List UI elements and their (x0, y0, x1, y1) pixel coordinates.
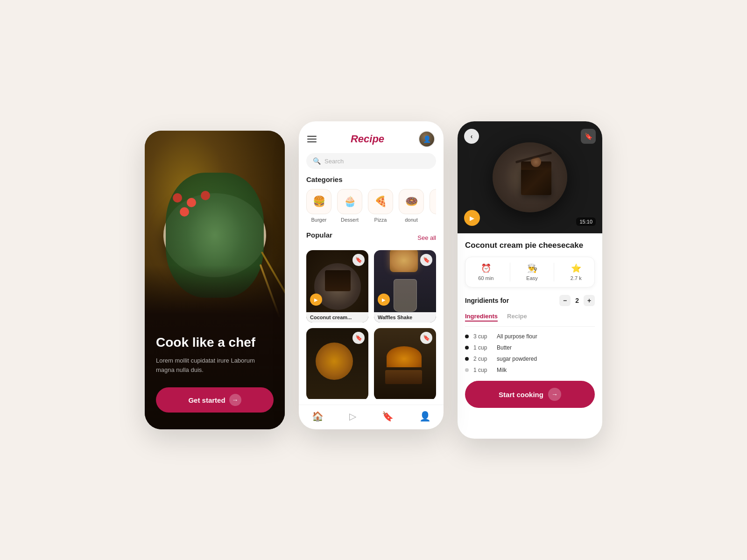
chef-hat-icon: 👨‍🍳 (527, 263, 537, 273)
ingredient-qty-2: 1 cup (473, 344, 492, 351)
search-icon: 🔍 (313, 157, 321, 165)
quantity-increase[interactable]: + (584, 295, 595, 306)
quantity-decrease[interactable]: − (559, 295, 571, 306)
ingredient-name-1: All purpose flour (497, 333, 537, 340)
nav-bookmark[interactable]: 🔖 (382, 411, 394, 422)
ingredient-qty-3: 2 cup (473, 356, 492, 362)
search-input[interactable]: Search (324, 158, 344, 165)
food-card-coconut[interactable]: 🔖 ▶ Coconut cream... (306, 250, 368, 322)
bookmark-pizza[interactable]: 🔖 (352, 332, 365, 344)
ingredient-dot-3 (465, 357, 469, 361)
avatar[interactable]: 👤 (418, 131, 435, 147)
ingredient-row-3: 2 cup sugar powdered (465, 356, 595, 362)
ingredient-row-2: 1 cup Butter (465, 344, 595, 351)
recipe-detail-body: Coconut cream pie cheesecake ⏰ 60 min 👨‍… (458, 233, 602, 439)
ingredient-dot-2 (465, 346, 469, 350)
stat-time-value: 60 min (478, 275, 493, 281)
phone-recipe-detail: ‹ 🔖 ▶ 15:10 Coconut cream pie cheesecake… (458, 121, 602, 439)
food-card-label-waffles: Waffles Shake (374, 312, 436, 322)
nav-profile[interactable]: 👤 (419, 411, 431, 422)
ingredient-dot-4 (465, 368, 469, 372)
splash-headline: Cook like a chef (156, 335, 274, 350)
popular-title: Popular (306, 231, 332, 239)
hero-bookmark-button[interactable]: 🔖 (581, 129, 596, 144)
stat-divider-1 (510, 263, 510, 281)
food-card-pizza[interactable]: 🔖 (306, 328, 368, 399)
splash-subtitle: Lorem mollit cupidatat irure Laborum mag… (156, 356, 274, 374)
category-dessert[interactable]: 🧁 Dessert (337, 189, 362, 223)
phone-splash: Cook like a chef Lorem mollit cupidatat … (145, 131, 285, 429)
recipe-hero: ‹ 🔖 ▶ 15:10 (458, 121, 602, 233)
bottom-nav: 🏠 ▷ 🔖 👤 (299, 405, 444, 429)
menu-button[interactable] (307, 136, 317, 142)
ingredients-header: Ingridients for − 2 + (465, 295, 595, 306)
popular-header: Popular See all (306, 231, 436, 245)
ingredient-row-1: 3 cup All purpose flour (465, 333, 595, 340)
clock-icon: ⏰ (481, 263, 491, 273)
stat-difficulty-value: Easy (526, 275, 537, 281)
stat-divider-2 (554, 263, 554, 281)
dessert-icon: 🧁 (337, 189, 362, 214)
nav-home[interactable]: 🏠 (312, 411, 324, 422)
food-card-burger[interactable]: 🔖 (374, 328, 436, 399)
food-card-label-coconut: Coconut cream... (306, 312, 368, 322)
category-pizza[interactable]: 🍕 Pizza (368, 189, 393, 223)
popular-section: Popular See all 🔖 ▶ Coconut cream... (299, 227, 444, 399)
ingredients-list: 3 cup All purpose flour 1 cup Butter 2 c… (465, 333, 595, 373)
quantity-value: 2 (575, 297, 579, 304)
get-started-button[interactable]: Get started → (156, 387, 274, 413)
drink-icon: 🥤 (430, 189, 436, 214)
ingredient-name-4: Milk (497, 367, 507, 373)
donut-icon: 🍩 (399, 189, 424, 214)
video-duration: 15:10 (576, 217, 596, 226)
tab-recipe[interactable]: Recipe (507, 313, 527, 322)
category-label-burger: Burger (311, 217, 326, 223)
ingredient-name-3: sugar powdered (497, 356, 537, 362)
nav-video[interactable]: ▷ (349, 411, 356, 422)
food-card-waffles[interactable]: 🔖 ▶ Waffles Shake (374, 250, 436, 322)
see-all-button[interactable]: See all (417, 234, 436, 241)
category-label-donut: donut (405, 217, 418, 223)
bookmark-waffles[interactable]: 🔖 (420, 254, 432, 266)
categories-section: Categories 🍔 Burger 🧁 Dessert 🍕 Pizza (299, 175, 444, 227)
hero-play-button[interactable]: ▶ (464, 210, 480, 226)
categories-title: Categories (306, 175, 436, 183)
stat-time: ⏰ 60 min (478, 263, 493, 281)
category-label-pizza: Pizza (374, 217, 387, 223)
category-label-dessert: Dessert (341, 217, 359, 223)
categories-list: 🍔 Burger 🧁 Dessert 🍕 Pizza 🍩 donut (306, 189, 436, 223)
back-button[interactable]: ‹ (464, 129, 479, 144)
tab-ingredients[interactable]: Ingredients (465, 313, 498, 322)
ingredient-name-2: Butter (497, 344, 512, 351)
ingredient-row-4: 1 cup Milk (465, 367, 595, 373)
avatar-initial: 👤 (423, 135, 431, 143)
star-icon: ⭐ (571, 263, 581, 273)
stat-difficulty: 👨‍🍳 Easy (526, 263, 537, 281)
stat-rating: ⭐ 2.7 k (571, 263, 582, 281)
phone-recipe-list: Recipe 👤 🔍 Search Categories 🍔 Burger (299, 121, 444, 429)
start-cooking-button[interactable]: Start cooking → (465, 381, 595, 408)
category-donut[interactable]: 🍩 donut (399, 189, 424, 223)
app-title: Recipe (351, 133, 384, 145)
category-burger[interactable]: 🍔 Burger (306, 189, 331, 223)
recipe-title: Coconut cream pie cheesecake (465, 241, 595, 250)
ingredient-qty-1: 3 cup (473, 333, 492, 340)
food-grid: 🔖 ▶ Coconut cream... 🔖 ▶ Waffles Shake (306, 250, 436, 399)
quantity-control: − 2 + (559, 295, 595, 306)
recipe-stats: ⏰ 60 min 👨‍🍳 Easy ⭐ 2.7 k (465, 257, 595, 287)
play-coconut[interactable]: ▶ (310, 294, 322, 306)
play-waffles[interactable]: ▶ (378, 294, 390, 306)
bookmark-burger[interactable]: 🔖 (420, 332, 432, 344)
pizza-icon: 🍕 (368, 189, 393, 214)
arrow-icon: → (548, 388, 561, 401)
tabs: Ingredients Recipe (465, 313, 595, 327)
app-header: Recipe 👤 (299, 121, 444, 153)
category-drink[interactable]: 🥤 Dri... (430, 189, 436, 223)
burger-icon: 🍔 (306, 189, 331, 214)
arrow-icon: → (229, 394, 241, 406)
bookmark-coconut[interactable]: 🔖 (352, 254, 365, 266)
ingredients-for-label: Ingridients for (465, 297, 509, 304)
search-bar[interactable]: 🔍 Search (306, 153, 436, 169)
ingredient-dot (465, 335, 469, 338)
stat-rating-value: 2.7 k (571, 275, 582, 281)
